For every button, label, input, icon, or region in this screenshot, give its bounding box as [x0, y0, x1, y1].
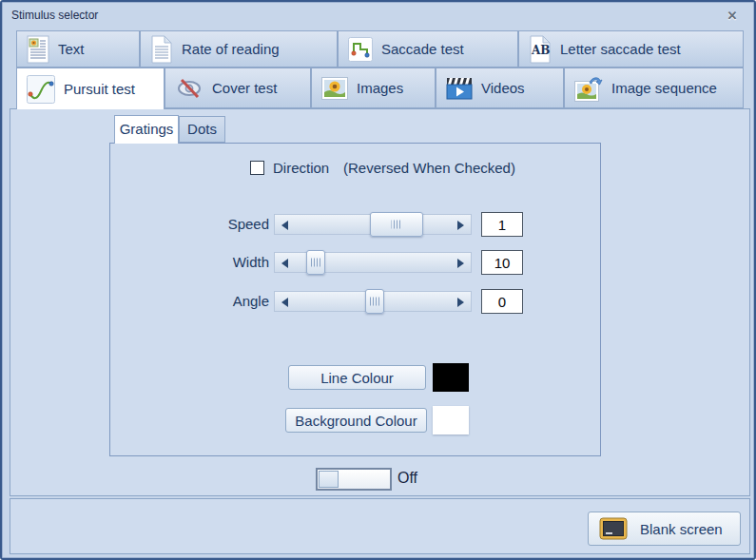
tab-rate-of-reading[interactable]: Rate of reading — [140, 30, 338, 68]
slider-left-arrow-icon[interactable] — [281, 259, 288, 268]
slider-left-arrow-icon[interactable] — [281, 298, 288, 307]
direction-hint-label: (Reversed When Checked) — [343, 160, 515, 176]
thumb-grip-icon — [370, 298, 380, 306]
stimulus-on-off-toggle[interactable] — [316, 468, 392, 491]
subtab-dots[interactable]: Dots — [179, 116, 225, 143]
blank-screen-icon — [599, 517, 628, 540]
pursuit-test-panel: Gratings Dots Direction (Reversed When C… — [10, 108, 750, 496]
tab-strip-row2: Pursuit test Cover test Ima — [16, 68, 744, 108]
angle-slider[interactable] — [274, 291, 472, 312]
close-icon[interactable]: ✕ — [722, 9, 743, 26]
blank-screen-button[interactable]: Blank screen — [588, 512, 741, 546]
width-slider-label: Width — [182, 254, 269, 270]
slider-right-arrow-icon[interactable] — [457, 259, 464, 268]
tab-label: Letter saccade test — [560, 41, 681, 57]
svg-text:AB: AB — [531, 44, 550, 57]
subtab-gratings[interactable]: Gratings — [114, 115, 179, 144]
angle-value-input[interactable] — [481, 289, 523, 314]
tab-label: Pursuit test — [64, 81, 135, 97]
tab-cover-test[interactable]: Cover test — [165, 68, 311, 108]
line-colour-button[interactable]: Line Colour — [288, 365, 426, 390]
width-slider[interactable] — [274, 252, 472, 273]
thumb-grip-icon — [311, 259, 321, 267]
speed-value-input[interactable] — [481, 212, 523, 237]
speed-slider[interactable] — [274, 214, 472, 235]
angle-slider-thumb[interactable] — [365, 289, 384, 314]
tab-label: Image sequence — [611, 80, 717, 96]
pursuit-curve-icon — [27, 75, 55, 104]
tab-image-sequence[interactable]: Image sequence — [564, 68, 744, 108]
image-sequence-icon — [574, 75, 603, 102]
tab-videos[interactable]: Videos — [436, 68, 564, 108]
window-title: Stimulus selector — [11, 9, 98, 22]
toggle-knob[interactable] — [319, 471, 339, 488]
tab-pursuit-test[interactable]: Pursuit test — [16, 68, 165, 109]
blank-screen-label: Blank screen — [640, 521, 723, 537]
slider-right-arrow-icon[interactable] — [457, 221, 464, 230]
line-colour-swatch — [433, 363, 469, 392]
tab-label: Saccade test — [381, 41, 464, 57]
tab-images[interactable]: Images — [311, 68, 436, 108]
toggle-state-label: Off — [397, 470, 417, 487]
tab-label: Images — [357, 80, 403, 96]
tab-label: Text — [58, 41, 85, 57]
angle-slider-label: Angle — [182, 293, 269, 309]
slider-right-arrow-icon[interactable] — [457, 298, 464, 307]
background-colour-button[interactable]: Background Colour — [285, 408, 427, 433]
thumb-grip-icon — [392, 221, 402, 229]
saccade-step-icon — [348, 37, 373, 62]
footer-bar: Blank screen — [10, 498, 750, 554]
width-slider-thumb[interactable] — [306, 250, 325, 275]
speed-slider-label: Speed — [182, 216, 269, 232]
letter-ab-icon: AB — [529, 35, 552, 64]
video-clapper-icon — [446, 76, 473, 101]
background-colour-swatch — [433, 406, 469, 434]
direction-checkbox[interactable] — [250, 161, 264, 175]
tab-label: Rate of reading — [182, 41, 280, 57]
text-document-icon — [27, 35, 49, 64]
tab-letter-saccade-test[interactable]: AB Letter saccade test — [518, 30, 744, 68]
speed-slider-thumb[interactable] — [370, 212, 423, 237]
covered-eye-icon — [175, 76, 204, 101]
tab-text[interactable]: Text — [16, 30, 140, 68]
tab-label: Cover test — [212, 80, 277, 96]
stimulus-selector-window: Stimulus selector ✕ Text — [0, 0, 756, 560]
tab-saccade-test[interactable]: Saccade test — [338, 30, 518, 68]
tab-label: Videos — [481, 80, 525, 96]
width-value-input[interactable] — [481, 250, 523, 275]
reading-document-icon — [150, 35, 173, 64]
tab-strip-row1: Text Rate of reading — [16, 30, 744, 68]
slider-left-arrow-icon[interactable] — [281, 221, 288, 230]
direction-checkbox-label: Direction — [273, 160, 329, 176]
image-icon — [321, 77, 348, 100]
